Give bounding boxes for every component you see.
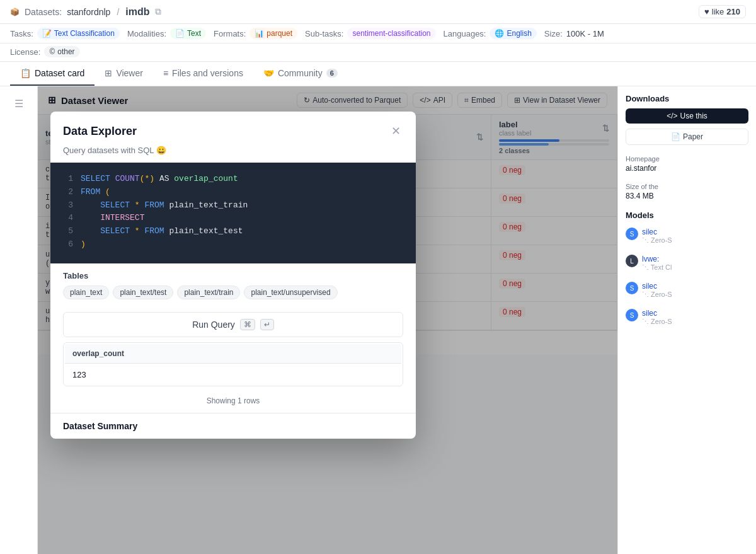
size-label: Size of the <box>626 183 748 190</box>
model-avatar: S <box>626 282 638 294</box>
files-icon: ≡ <box>163 68 168 78</box>
datasets-link[interactable]: Datasets: <box>25 7 62 17</box>
tables-section: Tables plain_text plain_text/test plain_… <box>50 263 416 307</box>
subtasks-item: Sub-tasks: sentiment-classification <box>305 28 435 39</box>
homepage-section: Homepage ai.stanfor <box>626 155 748 173</box>
model-info: silec ⋱ Zero-S <box>642 228 748 245</box>
slash-separator: / <box>117 7 119 17</box>
run-query-button[interactable]: Run Query ⌘ ↵ <box>63 312 403 337</box>
code-line-2: 2 FROM ( <box>63 186 403 199</box>
model-type: ⋱ Text Cl <box>642 263 748 272</box>
model-avatar: L <box>626 255 638 267</box>
tab-viewer[interactable]: ⊞ Viewer <box>94 62 153 86</box>
use-this-button[interactable]: </> Use this <box>626 108 748 124</box>
table-tag-plain-text[interactable]: plain_text <box>63 286 109 299</box>
model-name[interactable]: silec <box>642 228 748 236</box>
subtask-tag[interactable]: sentiment-classification <box>347 28 435 39</box>
heart-icon: ♥ <box>704 7 709 16</box>
kbd-cmd: ⌘ <box>240 319 255 330</box>
format-tag[interactable]: 📊 parquet <box>249 28 297 39</box>
license-icon: © <box>49 47 55 56</box>
tab-community-label: Community <box>278 68 323 78</box>
like-label: like <box>712 7 724 16</box>
paper-btn-label: Paper <box>683 132 703 141</box>
modal-subtitle-text: Query datasets with SQL 😀 <box>63 146 166 155</box>
community-icon: 🤝 <box>263 68 274 78</box>
right-panel: Downloads </> Use this 📄 Paper Homepage … <box>617 86 756 554</box>
modalities-item: Modalities: 📄 Text <box>127 28 206 39</box>
tasks-item: Tasks: 📝 Text Classification <box>10 28 120 39</box>
tab-files-versions[interactable]: ≡ Files and versions <box>153 62 253 86</box>
task-tag[interactable]: 📝 Text Classification <box>37 28 120 39</box>
kbd-enter: ↵ <box>260 319 274 330</box>
language-tag[interactable]: 🌐 English <box>490 28 536 39</box>
result-col-header: overlap_count <box>65 344 401 364</box>
main-layout: ☰ ⊞ Dataset Viewer ↻ Auto-converted to P… <box>0 86 756 554</box>
homepage-value: ai.stanfor <box>626 164 748 173</box>
like-button[interactable]: ♥ like 210 <box>699 5 746 18</box>
copy-icon[interactable]: ⧉ <box>155 6 161 17</box>
size-label: Size: <box>544 29 563 38</box>
license-tag[interactable]: © other <box>44 46 79 57</box>
modal-title: Data Explorer <box>63 125 137 138</box>
repo-name: imdb <box>125 6 149 18</box>
homepage-label: Homepage <box>626 155 748 163</box>
tab-dataset-card[interactable]: 📋 Dataset card <box>10 62 94 86</box>
subtasks-label: Sub-tasks: <box>305 29 343 38</box>
model-name[interactable]: silec <box>642 309 748 318</box>
result-table: overlap_count 123 <box>63 342 403 386</box>
meta-bar: Tasks: 📝 Text Classification Modalities:… <box>0 24 756 43</box>
model-item[interactable]: L lvwe: ⋱ Text Cl <box>626 252 748 274</box>
tab-viewer-label: Viewer <box>116 68 143 78</box>
result-section: overlap_count 123 <box>50 342 416 394</box>
dataset-card-icon: 📋 <box>20 68 31 78</box>
modality-icon: 📄 <box>175 29 185 38</box>
table-tag-unsupervised[interactable]: plain_text/unsupervised <box>244 286 337 299</box>
model-type: ⋱ Zero-S <box>642 291 748 299</box>
languages-label: Languages: <box>444 29 486 38</box>
downloads-title: Downloads <box>626 94 748 103</box>
tab-community[interactable]: 🤝 Community 6 <box>253 62 348 86</box>
table-tag-test[interactable]: plain_text/test <box>113 286 173 299</box>
code-line-6: 6 ) <box>63 238 403 251</box>
format-value: parquet <box>266 29 292 38</box>
code-icon: </> <box>667 112 677 120</box>
license-value: other <box>57 47 74 56</box>
code-line-4: 4 INTERSECT <box>63 212 403 225</box>
model-name[interactable]: lvwe: <box>642 255 748 263</box>
model-item[interactable]: S silec ⋱ Zero-S <box>626 279 748 301</box>
subtask-value: sentiment-classification <box>352 29 430 38</box>
tab-dataset-card-label: Dataset card <box>35 68 84 78</box>
code-line-5: 5 SELECT * FROM plain_text_test <box>63 225 403 238</box>
model-item[interactable]: S silec ⋱ Zero-S <box>626 225 748 247</box>
viewer-icon: ⊞ <box>105 68 112 78</box>
formats-item: Formats: 📊 parquet <box>214 28 297 39</box>
model-info: silec ⋱ Zero-S <box>642 309 748 326</box>
language-icon: 🌐 <box>495 29 504 38</box>
code-editor[interactable]: 1 SELECT COUNT(*) AS overlap_count 2 FRO… <box>50 163 416 263</box>
modal-close-button[interactable]: ✕ <box>389 122 403 141</box>
org-link[interactable]: stanfordnlp <box>67 7 110 17</box>
language-value: English <box>507 29 531 38</box>
content-area: ⊞ Dataset Viewer ↻ Auto-converted to Par… <box>38 86 617 554</box>
modality-tag[interactable]: 📄 Text <box>170 28 206 39</box>
table-tag-train[interactable]: plain_text/train <box>177 286 240 299</box>
sidebar: ☰ <box>0 86 38 554</box>
model-item[interactable]: S silec ⋱ Zero-S <box>626 306 748 328</box>
code-line-3: 3 SELECT * FROM plain_text_train <box>63 199 403 212</box>
model-name[interactable]: silec <box>642 282 748 291</box>
modality-value: Text <box>187 29 201 38</box>
top-bar: 📦 Datasets: stanfordnlp / imdb ⧉ ♥ like … <box>0 0 756 24</box>
modalities-label: Modalities: <box>127 29 166 38</box>
license-bar: License: © other <box>0 43 756 62</box>
table-tags: plain_text plain_text/test plain_text/tr… <box>63 286 403 299</box>
formats-label: Formats: <box>214 29 246 38</box>
paper-button[interactable]: 📄 Paper <box>626 129 748 145</box>
datasets-icon: 📦 <box>10 8 20 16</box>
like-count: 210 <box>726 7 740 16</box>
size-section: Size of the 83.4 MB <box>626 183 748 200</box>
tables-label: Tables <box>63 271 403 280</box>
size-value: 83.4 MB <box>626 192 748 200</box>
models-list: S silec ⋱ Zero-S L lvwe: ⋱ Text Cl S sil… <box>626 225 748 328</box>
sidebar-menu-icon[interactable]: ☰ <box>11 94 27 113</box>
